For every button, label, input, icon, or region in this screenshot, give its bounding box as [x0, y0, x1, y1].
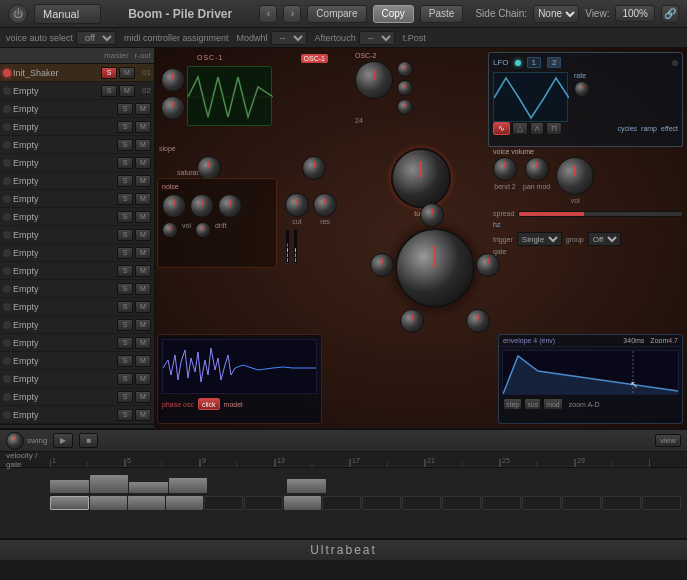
env4-sus-btn[interactable]: sus [524, 398, 541, 410]
voice-s-btn-7[interactable]: S [117, 175, 133, 187]
voice-s-btn-18[interactable]: S [117, 373, 133, 385]
noise-drift-knob[interactable] [195, 222, 211, 238]
voice-m-btn-9[interactable]: M [135, 211, 151, 223]
group-dropdown[interactable]: Off [588, 232, 621, 246]
cluster-bottom-right-knob[interactable] [466, 309, 490, 333]
cluster-left-knob[interactable] [370, 253, 394, 277]
voice-item[interactable]: Empty S M [0, 334, 154, 352]
voice-m-btn-10[interactable]: M [135, 229, 151, 241]
voice-item[interactable]: Empty S M [0, 226, 154, 244]
osc2-pitch-knob[interactable] [397, 99, 413, 115]
voice-m-btn-5[interactable]: M [135, 139, 151, 151]
voice-m-btn-20[interactable]: M [135, 409, 151, 421]
noise-res-knob[interactable] [218, 194, 242, 218]
voice-s-btn-6[interactable]: S [117, 157, 133, 169]
voice-m-btn-6[interactable]: M [135, 157, 151, 169]
center-pitch-knob[interactable] [391, 148, 451, 208]
voice-m-btn-15[interactable]: M [135, 319, 151, 331]
osc2-cut-knob[interactable] [397, 61, 413, 77]
filter-cut-knob[interactable] [285, 193, 309, 217]
step-btn-10[interactable] [402, 496, 441, 510]
cluster-right-knob[interactable] [476, 253, 500, 277]
osc2-res-knob[interactable] [397, 80, 413, 96]
voice-item[interactable]: Init_Shaker S M 01 [0, 64, 154, 82]
voice-s-btn-5[interactable]: S [117, 139, 133, 151]
trigger-dropdown[interactable]: Single [517, 232, 562, 246]
step-btn-4[interactable] [166, 496, 203, 510]
osc1-saym-knob[interactable] [302, 156, 326, 180]
voice-item[interactable]: Empty S M [0, 388, 154, 406]
voice-m-btn-18[interactable]: M [135, 373, 151, 385]
voice-item[interactable]: Empty S M [0, 100, 154, 118]
link-button[interactable]: 🔗 [661, 5, 679, 23]
voice-auto-select-dropdown[interactable]: off [76, 31, 116, 45]
voice-item[interactable]: Empty S M [0, 136, 154, 154]
voice-item[interactable]: Empty S M [0, 370, 154, 388]
voice-m-btn-12[interactable]: M [135, 265, 151, 277]
step-btn-13[interactable] [522, 496, 561, 510]
voice-s-btn-12[interactable]: S [117, 265, 133, 277]
voice-s-btn-1[interactable]: S [101, 67, 117, 79]
transport-stop[interactable]: ■ [79, 433, 98, 448]
spread-slider[interactable] [518, 211, 683, 217]
voice-s-btn-10[interactable]: S [117, 229, 133, 241]
step-btn-15[interactable] [602, 496, 641, 510]
lfo-rate-knob[interactable] [574, 81, 590, 97]
voice-item[interactable]: Empty S M [0, 298, 154, 316]
copy-button[interactable]: Copy [373, 5, 414, 23]
vel-bar-2[interactable] [90, 475, 129, 493]
voice-m-btn-17[interactable]: M [135, 355, 151, 367]
voice-s-btn-19[interactable]: S [117, 391, 133, 403]
vel-bar-7[interactable] [287, 479, 326, 493]
step-btn-16[interactable] [642, 496, 681, 510]
step-btn-6[interactable] [244, 496, 283, 510]
voice-s-btn-11[interactable]: S [117, 247, 133, 259]
compare-button[interactable]: Compare [307, 5, 366, 23]
voice-s-btn-16[interactable]: S [117, 337, 133, 349]
osc1-slope-knob[interactable] [161, 96, 185, 120]
voice-m-btn-11[interactable]: M [135, 247, 151, 259]
lfo-tri-btn[interactable]: △ [512, 122, 528, 135]
side-chain-dropdown[interactable]: None [533, 5, 579, 23]
voice-item[interactable]: Empty S M [0, 280, 154, 298]
voice-s-btn-17[interactable]: S [117, 355, 133, 367]
voice-s-btn-4[interactable]: S [117, 121, 133, 133]
step-btn-12[interactable] [482, 496, 521, 510]
lfo-sq-btn[interactable]: ⊓ [546, 122, 562, 135]
lfo-num-1[interactable]: 1 [527, 57, 541, 68]
bend2-knob[interactable] [493, 157, 517, 181]
vol-knob[interactable] [556, 157, 594, 195]
noise-vol-knob[interactable] [162, 222, 178, 238]
voice-s-btn-13[interactable]: S [117, 283, 133, 295]
modwhl-dropdown[interactable]: -- [271, 31, 307, 45]
lfo-num-2[interactable]: 2 [547, 57, 561, 68]
voice-s-btn-8[interactable]: S [117, 193, 133, 205]
step-btn-1[interactable] [50, 496, 89, 510]
step-btn-3[interactable] [128, 496, 165, 510]
preset-dropdown[interactable]: Manual [34, 4, 101, 24]
voice-m-btn-8[interactable]: M [135, 193, 151, 205]
voice-item[interactable]: Empty S M [0, 208, 154, 226]
voice-item[interactable]: Empty S M [0, 262, 154, 280]
step-btn-9[interactable] [362, 496, 401, 510]
voice-item[interactable]: Empty S M [0, 352, 154, 370]
voice-m-btn-19[interactable]: M [135, 391, 151, 403]
voice-m-btn-4[interactable]: M [135, 121, 151, 133]
cluster-top-knob[interactable] [420, 203, 444, 227]
voice-m-btn-2[interactable]: M [119, 85, 135, 97]
vel-bar-4[interactable] [169, 478, 208, 493]
osc1-saturation-knob[interactable] [197, 156, 221, 180]
voice-item[interactable]: Empty S M [0, 154, 154, 172]
voice-item[interactable]: Empty S M [0, 316, 154, 334]
filter-res-knob[interactable] [313, 193, 337, 217]
noise-pitch-knob[interactable] [162, 194, 186, 218]
voice-m-btn-3[interactable]: M [135, 103, 151, 115]
voice-s-btn-20[interactable]: S [117, 409, 133, 421]
lfo-sine-btn[interactable]: ∿ [493, 122, 510, 135]
voice-item[interactable]: Empty S M 02 [0, 82, 154, 100]
voice-m-btn-7[interactable]: M [135, 175, 151, 187]
voice-item[interactable]: Empty S M [0, 118, 154, 136]
osc2-main-knob[interactable] [355, 61, 393, 99]
nav-forward[interactable]: › [283, 5, 301, 23]
nav-back[interactable]: ‹ [259, 5, 277, 23]
